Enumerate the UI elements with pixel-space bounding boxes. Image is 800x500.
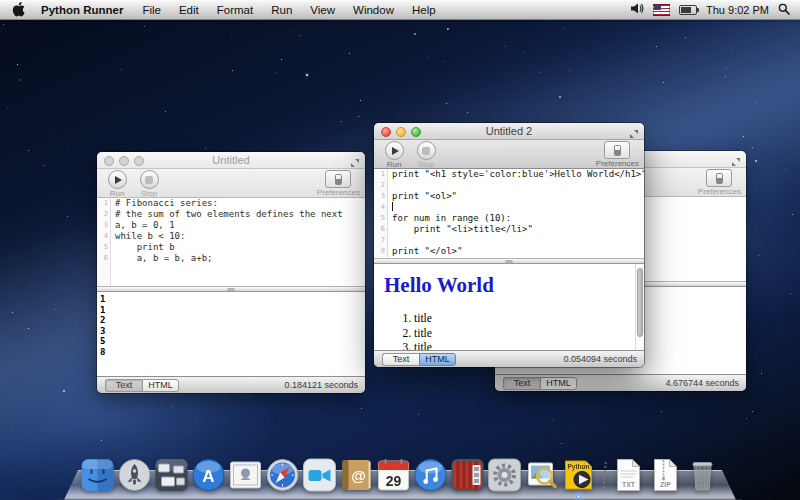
- title-bar[interactable]: Untitled 2: [374, 123, 644, 140]
- output-view[interactable]: 112358: [97, 292, 365, 376]
- fullscreen-icon[interactable]: [629, 127, 639, 137]
- desktop[interactable]: Python Runner FileEditFormatRunViewWindo…: [0, 0, 800, 500]
- dock-preview-icon[interactable]: [525, 458, 559, 492]
- scrollbar[interactable]: [635, 264, 644, 350]
- dock-trash-icon[interactable]: [686, 458, 720, 492]
- toolbar: Run Stop Preferences: [97, 169, 365, 198]
- menu-items: FileEditFormatRunViewWindowHelp: [133, 4, 444, 16]
- svg-text:Python: Python: [568, 463, 590, 471]
- dock-finder-icon[interactable]: [81, 458, 115, 492]
- run-button[interactable]: [108, 170, 127, 189]
- preferences-icon: [614, 145, 621, 156]
- dock-itunes-icon[interactable]: [414, 458, 448, 492]
- fullscreen-icon[interactable]: [350, 156, 360, 166]
- window-untitled-2[interactable]: Untitled 2 Run Stop Preferences 1print "…: [374, 123, 644, 367]
- bottom-bar: TextHTML 0.184121 seconds: [97, 376, 365, 393]
- dock-address-book-icon[interactable]: @: [340, 458, 374, 492]
- volume-icon[interactable]: [631, 3, 644, 16]
- tab-text[interactable]: Text: [382, 353, 419, 366]
- menu-window[interactable]: Window: [344, 4, 403, 16]
- zoom-button[interactable]: [411, 127, 421, 137]
- dock-txt-doc-icon[interactable]: TXT: [612, 458, 646, 492]
- zoom-button[interactable]: [134, 156, 144, 166]
- preferences-icon: [335, 174, 342, 185]
- title-bar[interactable]: Untitled: [97, 152, 365, 169]
- code-editor[interactable]: 1print "<h1 style='color:blue'>Hello Wor…: [374, 169, 644, 258]
- dock: A@29PythonTXTZIP: [0, 440, 800, 500]
- stop-button[interactable]: [140, 170, 159, 189]
- run-time: 4.676744 seconds: [665, 378, 739, 388]
- bottom-bar: TextHTML 4.676744 seconds: [495, 374, 746, 391]
- battery-icon[interactable]: [679, 5, 697, 15]
- close-button[interactable]: [381, 127, 391, 137]
- input-language-flag-icon[interactable]: [653, 4, 670, 16]
- preferences-icon: [716, 173, 723, 184]
- window-controls: [381, 127, 421, 137]
- menu-format[interactable]: Format: [208, 4, 262, 16]
- tab-text[interactable]: Text: [105, 379, 142, 392]
- svg-text:A: A: [202, 467, 214, 486]
- apple-menu-icon[interactable]: [12, 2, 25, 17]
- dock-safari-icon[interactable]: [266, 458, 300, 492]
- scrollbar-thumb[interactable]: [637, 268, 643, 337]
- stop-button[interactable]: [417, 141, 436, 160]
- svg-text:ZIP: ZIP: [660, 481, 671, 488]
- tab-text[interactable]: Text: [503, 377, 540, 390]
- window-title: Untitled 2: [486, 125, 532, 137]
- preferences-button[interactable]: [706, 169, 732, 187]
- dock-photo-booth-icon[interactable]: [451, 458, 485, 492]
- svg-text:TXT: TXT: [622, 481, 636, 488]
- window-controls: [104, 156, 144, 166]
- menu-bar: Python Runner FileEditFormatRunViewWindo…: [0, 0, 800, 20]
- minimize-button[interactable]: [396, 127, 406, 137]
- toolbar: Run Stop Preferences: [374, 140, 644, 169]
- menu-edit[interactable]: Edit: [170, 4, 208, 16]
- dock-divider: [599, 460, 609, 492]
- dock-icons: A@29PythonTXTZIP: [81, 458, 720, 492]
- spotlight-icon[interactable]: [778, 3, 790, 17]
- tab-html[interactable]: HTML: [419, 353, 456, 366]
- dock-facetime-icon[interactable]: [303, 458, 337, 492]
- svg-text:@: @: [351, 467, 366, 484]
- tab-html[interactable]: HTML: [142, 379, 179, 392]
- window-title: Untitled: [212, 154, 249, 166]
- dock-launchpad-icon[interactable]: [118, 458, 152, 492]
- dock-system-preferences-icon[interactable]: [488, 458, 522, 492]
- app-menu-title[interactable]: Python Runner: [31, 4, 133, 16]
- bottom-bar: TextHTML 0.054094 seconds: [374, 350, 644, 367]
- menu-view[interactable]: View: [301, 4, 344, 16]
- output-mode-segmented-control: TextHTML: [503, 377, 577, 390]
- dock-app-store-icon[interactable]: A: [192, 458, 226, 492]
- close-button[interactable]: [104, 156, 114, 166]
- menu-status-area: Thu 9:02 PM: [631, 3, 790, 17]
- output-mode-segmented-control: TextHTML: [382, 353, 456, 366]
- fullscreen-icon[interactable]: [731, 155, 741, 165]
- minimize-button[interactable]: [119, 156, 129, 166]
- code-editor[interactable]: 1# Fibonacci series:2# the sum of two el…: [97, 198, 365, 286]
- menu-clock[interactable]: Thu 9:02 PM: [706, 4, 769, 16]
- dock-ical-icon[interactable]: 29: [377, 458, 411, 492]
- dock-mail-icon[interactable]: [229, 458, 263, 492]
- dock-mission-control-icon[interactable]: [155, 458, 189, 492]
- middle-output-heading: Hello World: [384, 273, 634, 298]
- middle-output-list: titletitletitletitletitletitle: [384, 311, 634, 350]
- window-untitled[interactable]: Untitled Run Stop Preferences 1# Fibonac…: [97, 152, 365, 393]
- run-time: 0.054094 seconds: [563, 354, 637, 364]
- text-caret: [392, 202, 393, 211]
- dock-zip-doc-icon[interactable]: ZIP: [649, 458, 683, 492]
- svg-text:29: 29: [386, 473, 402, 489]
- preferences-button[interactable]: [604, 141, 630, 159]
- menu-file[interactable]: File: [133, 4, 170, 16]
- tab-html[interactable]: HTML: [540, 377, 577, 390]
- dock-python-runner-icon[interactable]: Python: [562, 458, 596, 492]
- output-mode-segmented-control: TextHTML: [105, 379, 179, 392]
- menu-run[interactable]: Run: [262, 4, 301, 16]
- run-time: 0.184121 seconds: [284, 380, 358, 390]
- menu-help[interactable]: Help: [403, 4, 445, 16]
- preferences-button[interactable]: [325, 170, 351, 188]
- output-view[interactable]: Hello World titletitletitletitletitletit…: [374, 264, 644, 350]
- run-button[interactable]: [385, 141, 404, 160]
- left-output-lines: 112358: [97, 292, 365, 357]
